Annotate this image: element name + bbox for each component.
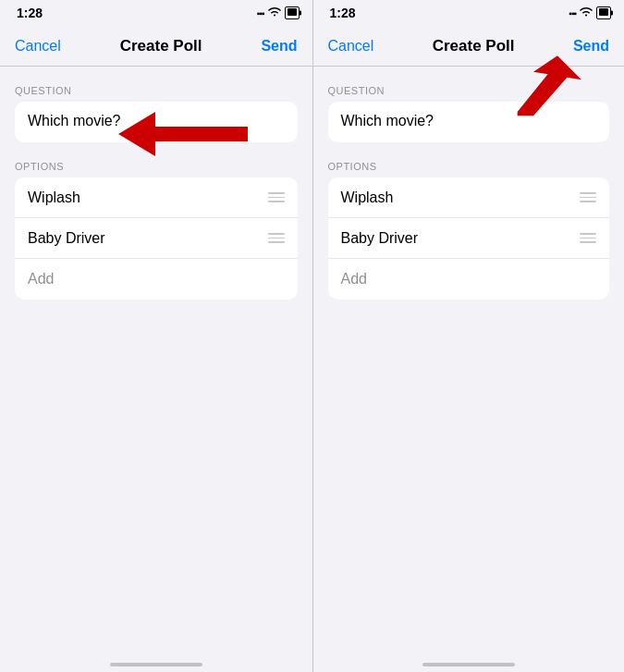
question-label-right: QUESTION: [328, 85, 610, 96]
wifi-icon-right: [580, 7, 593, 19]
left-phone-panel: 1:28 ▪▪▪ Cancel Create Poll Send QUESTIO…: [0, 0, 312, 672]
form-content-left: QUESTION Which movie? OPTIONS Wiplash Ba…: [0, 67, 312, 646]
option-row-1-left[interactable]: Wiplash: [15, 177, 298, 218]
status-time-left: 1:28: [17, 6, 43, 20]
add-label-left: Add: [28, 271, 54, 287]
drag-handle-2-right[interactable]: [580, 233, 596, 243]
status-icons-left: ▪▪▪: [257, 6, 300, 19]
nav-bar-right: Cancel Create Poll Send: [313, 26, 625, 67]
add-label-right: Add: [341, 271, 367, 287]
battery-icon-right: [596, 6, 611, 19]
add-option-right[interactable]: Add: [328, 259, 610, 299]
options-label-left: OPTIONS: [15, 161, 298, 172]
send-button-left[interactable]: Send: [261, 38, 297, 55]
question-input-right[interactable]: Which movie?: [328, 102, 610, 142]
form-content-right: QUESTION Which movie? OPTIONS Wiplash Ba…: [313, 67, 625, 646]
home-indicator-right: [313, 646, 625, 672]
nav-bar-left: Cancel Create Poll Send: [0, 26, 312, 67]
nav-title-left: Create Poll: [120, 37, 202, 55]
option-text-2-left: Baby Driver: [28, 230, 105, 247]
cancel-button-right[interactable]: Cancel: [328, 38, 374, 55]
status-bar-right: 1:28 ▪▪▪: [313, 0, 625, 26]
option-text-1-right: Wiplash: [341, 189, 394, 206]
add-option-left[interactable]: Add: [15, 259, 298, 299]
status-bar-left: 1:28 ▪▪▪: [0, 0, 312, 26]
cancel-button-left[interactable]: Cancel: [15, 38, 61, 55]
wifi-icon-left: [268, 7, 281, 19]
option-row-2-right[interactable]: Baby Driver: [328, 218, 610, 259]
drag-handle-1-left[interactable]: [268, 192, 285, 202]
signal-icon-right: ▪▪▪: [569, 8, 576, 18]
option-text-2-right: Baby Driver: [341, 230, 419, 247]
home-indicator-left: [0, 646, 312, 672]
nav-title-right: Create Poll: [433, 37, 515, 55]
battery-icon-left: [285, 6, 300, 19]
option-row-2-left[interactable]: Baby Driver: [15, 218, 298, 259]
options-container-right: Wiplash Baby Driver Add: [328, 177, 610, 299]
status-time-right: 1:28: [330, 6, 356, 20]
home-bar-right: [422, 663, 515, 666]
right-phone-panel: 1:28 ▪▪▪ Cancel Create Poll Send QUESTIO…: [312, 0, 625, 672]
options-container-left: Wiplash Baby Driver Add: [15, 177, 298, 299]
option-row-1-right[interactable]: Wiplash: [328, 177, 610, 218]
options-label-right: OPTIONS: [328, 161, 610, 172]
send-button-right[interactable]: Send: [573, 38, 609, 55]
signal-icon-left: ▪▪▪: [257, 8, 264, 18]
drag-handle-1-right[interactable]: [580, 192, 596, 202]
option-text-1-left: Wiplash: [28, 189, 80, 206]
question-label-left: QUESTION: [15, 85, 298, 96]
home-bar-left: [110, 663, 202, 666]
drag-handle-2-left[interactable]: [268, 233, 285, 243]
question-input-left[interactable]: Which movie?: [15, 102, 298, 142]
status-icons-right: ▪▪▪: [569, 6, 611, 19]
